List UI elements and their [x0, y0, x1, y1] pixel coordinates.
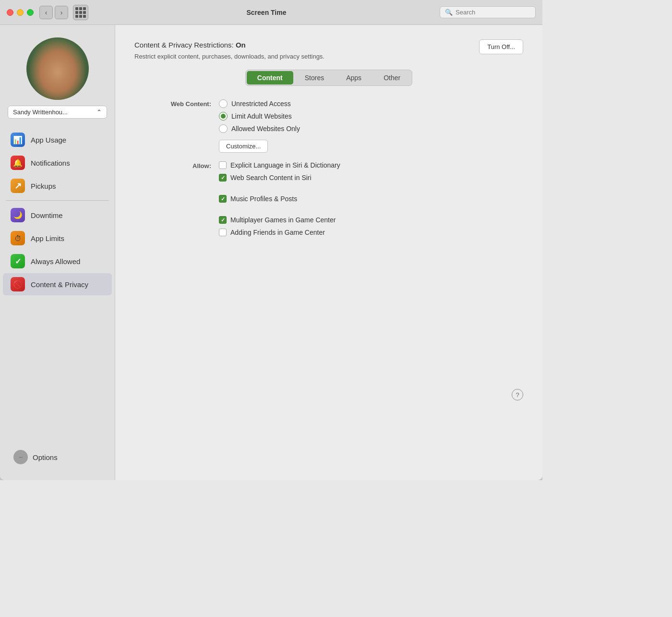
tabs-container: Content Stores Apps Other [134, 70, 523, 86]
title-status: On [236, 41, 246, 49]
app-limits-icon: ⏱ [11, 231, 25, 245]
header-text-block: Content & Privacy Restrictions: On Restr… [134, 39, 324, 60]
allow-label: Allow: [134, 161, 211, 169]
turn-off-button[interactable]: Turn Off... [479, 39, 523, 54]
options-label: Options [33, 453, 58, 461]
sidebar-item-label: Content & Privacy [31, 280, 88, 289]
maximize-button[interactable] [27, 9, 34, 16]
checkbox-label: Explicit Language in Siri & Dictionary [230, 161, 340, 169]
user-name: Sandy Writtenhou... [13, 109, 68, 116]
checkbox-label: Web Search Content in Siri [230, 174, 312, 181]
checkbox-box-web-search: ✓ [219, 174, 227, 181]
main-layout: Sandy Writtenhou... ⌃ 📊 App Usage 🔔 Noti… [0, 25, 542, 480]
radio-label: Unrestricted Access [231, 100, 291, 108]
checkbox-music-profiles[interactable]: ✓ Music Profiles & Posts [219, 195, 340, 203]
tab-other[interactable]: Other [373, 71, 411, 85]
forward-button[interactable]: › [55, 6, 68, 19]
web-content-label: Web Content: [134, 99, 211, 108]
web-content-row: Web Content: Unrestricted Access Limit A… [134, 99, 523, 153]
options-icon: ··· [13, 450, 28, 464]
minimize-button[interactable] [17, 9, 24, 16]
avatar [26, 37, 89, 100]
notifications-icon: 🔔 [11, 156, 25, 170]
radio-circle-limit-adult [219, 112, 228, 121]
window-title: Screen Time [93, 9, 440, 16]
content-area: Content & Privacy Restrictions: On Restr… [115, 25, 542, 480]
checkbox-box-music-profiles: ✓ [219, 195, 227, 203]
grid-button[interactable] [73, 5, 88, 20]
sidebar-item-pickups[interactable]: ↗ Pickups [3, 175, 112, 197]
app-usage-icon: 📊 [11, 133, 25, 147]
always-allowed-icon: ✓ [11, 254, 25, 268]
help-button[interactable]: ? [512, 389, 523, 400]
titlebar: ‹ › Screen Time 🔍 [0, 0, 542, 25]
sidebar-item-label: Pickups [31, 182, 56, 190]
tab-stores[interactable]: Stores [294, 71, 335, 85]
checkbox-adding-friends[interactable]: Adding Friends in Game Center [219, 229, 340, 236]
radio-group: Unrestricted Access Limit Adult Websites… [219, 99, 300, 133]
sidebar-bottom: ··· Options [0, 442, 115, 472]
checkbox-group: Explicit Language in Siri & Dictionary ✓… [219, 161, 340, 236]
sidebar-item-notifications[interactable]: 🔔 Notifications [3, 152, 112, 174]
checkbox-multiplayer[interactable]: ✓ Multiplayer Games in Game Center [219, 216, 340, 224]
sidebar-item-content-privacy[interactable]: 🚫 Content & Privacy [3, 273, 112, 295]
pickups-icon: ↗ [11, 179, 25, 193]
tab-apps[interactable]: Apps [336, 71, 372, 85]
radio-circle-allowed-only [219, 124, 228, 133]
sidebar-divider [6, 200, 109, 201]
sidebar-item-label: Notifications [31, 159, 70, 167]
main-window: ‹ › Screen Time 🔍 Sandy Writtenhou. [0, 0, 542, 480]
customize-button[interactable]: Customize... [219, 140, 268, 153]
sidebar-item-label: App Limits [31, 234, 64, 242]
downtime-icon: 🌙 [11, 208, 25, 222]
title-prefix: Content & Privacy Restrictions: [134, 41, 236, 49]
sidebar-item-app-limits[interactable]: ⏱ App Limits [3, 227, 112, 249]
content-subtitle: Restrict explicit content, purchases, do… [134, 53, 324, 60]
sidebar-item-app-usage[interactable]: 📊 App Usage [3, 129, 112, 151]
checkbox-label: Music Profiles & Posts [230, 195, 297, 203]
grid-icon [75, 7, 86, 18]
checkbox-box-multiplayer: ✓ [219, 216, 227, 224]
search-bar[interactable]: 🔍 [440, 6, 536, 18]
search-icon: 🔍 [445, 9, 453, 16]
back-button[interactable]: ‹ [39, 6, 53, 19]
tab-content[interactable]: Content [247, 71, 293, 85]
content-header: Content & Privacy Restrictions: On Restr… [134, 39, 523, 60]
content-privacy-icon: 🚫 [11, 277, 25, 291]
sidebar-item-label: Downtime [31, 211, 63, 219]
checkmark-icon: ✓ [221, 175, 225, 181]
sidebar-item-label: Always Allowed [31, 257, 80, 266]
sidebar-item-options[interactable]: ··· Options [6, 446, 109, 468]
user-dropdown[interactable]: Sandy Writtenhou... ⌃ [8, 106, 107, 119]
chevron-icon: ⌃ [96, 109, 102, 116]
checkbox-label: Multiplayer Games in Game Center [230, 216, 336, 224]
checkbox-label: Adding Friends in Game Center [230, 229, 325, 236]
sidebar-item-always-allowed[interactable]: ✓ Always Allowed [3, 250, 112, 272]
radio-limit-adult[interactable]: Limit Adult Websites [219, 112, 300, 121]
sidebar-item-label: App Usage [31, 136, 66, 144]
radio-unrestricted[interactable]: Unrestricted Access [219, 99, 300, 108]
checkbox-web-search[interactable]: ✓ Web Search Content in Siri [219, 174, 340, 181]
close-button[interactable] [7, 9, 13, 16]
nav-buttons: ‹ › [39, 6, 68, 19]
checkmark-icon: ✓ [221, 196, 225, 202]
user-section: Sandy Writtenhou... ⌃ [0, 33, 115, 128]
allow-row: Allow: Explicit Language in Siri & Dicti… [134, 161, 523, 236]
checkbox-box-explicit-lang [219, 161, 227, 169]
radio-label: Allowed Websites Only [231, 125, 300, 133]
radio-circle-unrestricted [219, 99, 228, 108]
checkmark-icon: ✓ [221, 218, 225, 223]
checkbox-box-adding-friends [219, 229, 227, 236]
avatar-image [26, 37, 89, 100]
radio-label: Limit Adult Websites [231, 112, 292, 120]
checkbox-explicit-lang[interactable]: Explicit Language in Siri & Dictionary [219, 161, 340, 169]
sidebar-item-downtime[interactable]: 🌙 Downtime [3, 204, 112, 226]
search-input[interactable] [456, 9, 530, 16]
content-title: Content & Privacy Restrictions: On [134, 39, 324, 51]
sidebar: Sandy Writtenhou... ⌃ 📊 App Usage 🔔 Noti… [0, 25, 115, 480]
web-content-options: Unrestricted Access Limit Adult Websites… [219, 99, 300, 153]
radio-allowed-only[interactable]: Allowed Websites Only [219, 124, 300, 133]
tabs: Content Stores Apps Other [245, 70, 412, 86]
radio-dot [221, 114, 226, 119]
traffic-lights [7, 9, 34, 16]
